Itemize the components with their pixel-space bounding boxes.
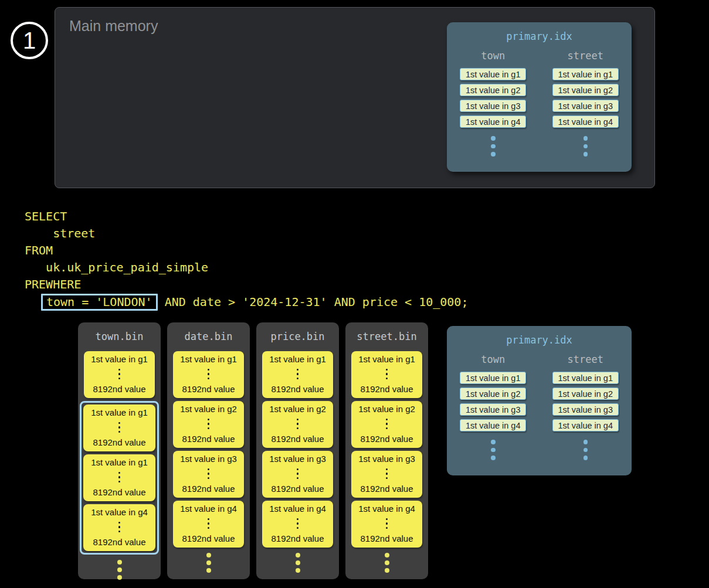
index-columns: town 1st value in g1 1st value in g2 1st… [447,354,632,460]
vertical-ellipsis-icon [208,518,210,529]
granule-block: 1st value in g2 8192nd value [173,401,244,448]
granule-block: 1st value in g1 8192nd value [83,454,155,501]
granule-block: 1st value in g4 8192nd value [351,501,422,548]
more-entries-dots-icon [491,440,496,460]
index-chip: 1st value in g1 [552,68,619,80]
more-entries-dots-icon [584,136,588,157]
index-chip: 1st value in g3 [460,403,526,416]
index-column-town: town 1st value in g1 1st value in g2 1st… [447,354,540,460]
selected-granules-outline: 1st value in g1 8192nd value 1st value i… [80,401,159,555]
bin-file-title: street.bin [351,322,422,342]
block-first-value: 1st value in g1 [180,354,237,364]
index-column-street: street 1st value in g1 1st value in g2 1… [540,50,632,157]
block-first-value: 1st value in g4 [358,504,415,514]
index-chip: 1st value in g2 [460,388,526,400]
main-memory-title: Main memory [69,18,158,35]
index-chip: 1st value in g3 [552,403,619,416]
vertical-ellipsis-icon [118,522,121,533]
index-chip: 1st value in g4 [460,115,526,128]
block-last-value: 8192nd value [93,537,145,547]
block-first-value: 1st value in g1 [91,457,148,467]
sql-line: uk.uk_price_paid_simple [25,259,468,276]
more-granules-dots-icon [262,553,333,573]
block-last-value: 8192nd value [93,437,145,447]
granule-blocks: 1st value in g1 8192nd value 1st value i… [173,351,244,548]
sql-line: street [25,225,468,242]
vertical-ellipsis-icon [118,369,121,380]
sql-line: FROM [25,242,468,259]
column-header: town [481,354,505,365]
granule-block: 1st value in g3 8192nd value [351,451,422,498]
index-columns: town 1st value in g1 1st value in g2 1st… [447,50,632,157]
granule-block: 1st value in g4 8192nd value [83,504,155,551]
index-chip: 1st value in g3 [460,100,526,112]
block-last-value: 8192nd value [360,533,413,543]
block-first-value: 1st value in g1 [91,354,148,364]
vertical-ellipsis-icon [118,422,121,433]
vertical-ellipsis-icon [297,369,299,380]
index-chip: 1st value in g3 [552,100,619,112]
block-last-value: 8192nd value [182,484,235,494]
diagram-canvas: 1 Main memory primary.idx town 1st value… [0,0,709,588]
block-first-value: 1st value in g4 [180,504,237,514]
sql-query: SELECT street FROM uk.uk_price_paid_simp… [25,208,468,311]
granule-block: 1st value in g2 8192nd value [351,401,422,448]
vertical-ellipsis-icon [208,369,210,380]
block-last-value: 8192nd value [271,533,324,543]
vertical-ellipsis-icon [118,472,121,483]
block-first-value: 1st value in g2 [358,404,415,414]
granule-block: 1st value in g1 8192nd value [351,351,422,398]
bin-file-title: town.bin [84,322,155,342]
bin-file-panel-date: date.bin 1st value in g1 8192nd value 1s… [167,322,250,579]
granule-block: 1st value in g1 8192nd value [84,351,155,398]
primary-idx-title: primary.idx [447,22,632,42]
primary-idx-panel-memory: primary.idx town 1st value in g1 1st val… [447,22,632,172]
block-first-value: 1st value in g1 [91,407,148,417]
bin-file-panel-street: street.bin 1st value in g1 8192nd value … [345,322,428,579]
granule-block: 1st value in g4 8192nd value [262,501,333,548]
block-first-value: 1st value in g2 [180,404,237,414]
index-chip: 1st value in g1 [552,372,619,384]
block-last-value: 8192nd value [271,384,324,394]
sql-line: PREWHERE [25,276,468,293]
block-last-value: 8192nd value [182,434,235,444]
vertical-ellipsis-icon [386,468,388,480]
block-last-value: 8192nd value [93,487,145,497]
granule-blocks: 1st value in g1 8192nd value 1st value i… [351,351,422,548]
sql-line: SELECT [25,208,468,225]
block-last-value: 8192nd value [360,434,413,444]
vertical-ellipsis-icon [208,468,210,480]
vertical-ellipsis-icon [297,419,299,430]
bin-file-panel-price: price.bin 1st value in g1 8192nd value 1… [256,322,339,579]
block-last-value: 8192nd value [271,434,324,444]
granule-block: 1st value in g4 8192nd value [173,501,244,548]
index-chip: 1st value in g2 [552,388,619,400]
granule-blocks: 1st value in g1 8192nd value 1st value i… [84,351,155,555]
block-last-value: 8192nd value [360,484,413,494]
granule-blocks: 1st value in g1 8192nd value 1st value i… [262,351,333,548]
block-first-value: 1st value in g3 [269,454,326,464]
index-chip: 1st value in g4 [552,115,619,128]
step-number: 1 [23,29,36,52]
granule-block: 1st value in g1 8192nd value [262,351,333,398]
granule-block: 1st value in g3 8192nd value [173,451,244,498]
vertical-ellipsis-icon [386,369,388,380]
bin-file-title: price.bin [262,322,333,342]
bin-file-title: date.bin [173,322,244,342]
index-chip: 1st value in g1 [460,372,526,384]
column-header: town [481,50,505,62]
index-column-street: street 1st value in g1 1st value in g2 1… [540,354,632,460]
vertical-ellipsis-icon [208,419,210,430]
vertical-ellipsis-icon [386,518,388,529]
prewhere-town-highlight: town = 'LONDON' [41,294,158,311]
index-chip: 1st value in g1 [460,68,526,80]
block-last-value: 8192nd value [182,533,235,543]
index-chip: 1st value in g2 [460,84,526,96]
bin-file-panel-town: town.bin 1st value in g1 8192nd value 1s… [78,322,161,579]
vertical-ellipsis-icon [297,518,299,529]
more-entries-dots-icon [584,440,588,460]
granule-block: 1st value in g1 8192nd value [173,351,244,398]
vertical-ellipsis-icon [386,419,388,430]
block-first-value: 1st value in g1 [269,354,326,364]
more-granules-dots-icon [84,560,155,580]
